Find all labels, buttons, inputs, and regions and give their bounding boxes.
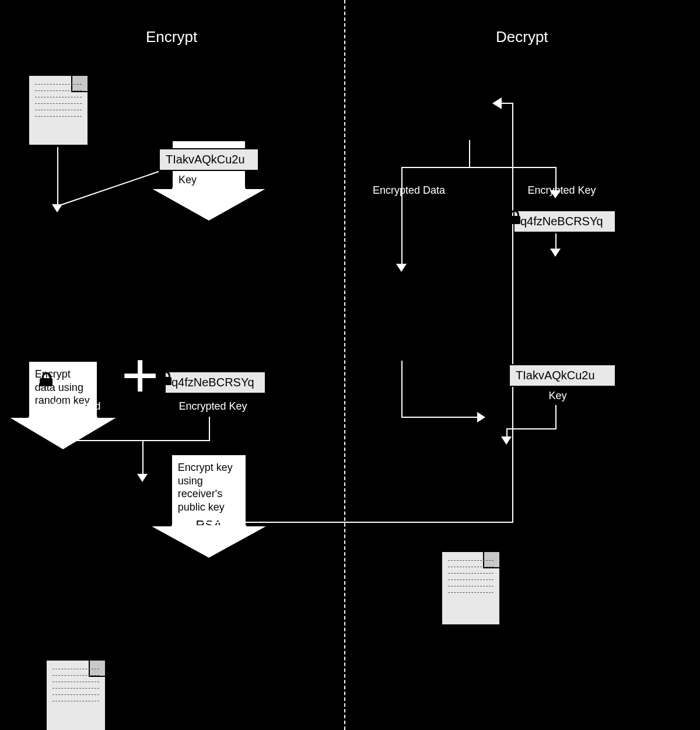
lock-icon	[132, 536, 145, 550]
column-separator	[344, 0, 345, 730]
connector	[401, 167, 402, 265]
connector	[555, 233, 556, 250]
connector	[52, 169, 169, 216]
connector	[512, 103, 513, 523]
lock-icon	[435, 117, 448, 131]
arrowhead-down-icon	[396, 264, 407, 272]
arrowhead-down-icon	[137, 474, 148, 482]
connector	[142, 440, 144, 475]
connector	[401, 361, 402, 417]
connector	[401, 167, 556, 168]
lock-icon	[365, 336, 378, 350]
key-label: Key	[534, 390, 581, 402]
encrypt-key-label: Encrypt key using receiver's public key	[178, 462, 233, 513]
encrypted-key-text: q4fzNeBCRSYq	[520, 215, 603, 228]
encrypt-title: Encrypt	[146, 28, 197, 46]
svg-marker-3	[149, 525, 268, 558]
encrypted-key-text: q4fzNeBCRSYq	[172, 376, 254, 389]
arrowhead-down-icon	[501, 436, 512, 445]
encrypt-key-arrow: Encrypt key using receiver's public key …	[149, 454, 268, 552]
package-document-icon	[441, 551, 501, 626]
connector	[469, 140, 470, 167]
decrypt-title: Decrypt	[496, 28, 548, 46]
arrowhead-left-icon	[492, 97, 502, 109]
encrypted-key-box: q4fzNeBCRSYq	[164, 371, 266, 394]
connector	[203, 522, 512, 523]
encrypted-key-box: q4fzNeBCRSYq	[513, 210, 616, 233]
arrowhead-down-icon	[201, 204, 212, 212]
lock-icon	[40, 372, 52, 386]
random-key-text: TIakvAQkCu2u	[166, 153, 245, 166]
decrypted-key-box: TIakvAQkCu2u	[509, 364, 616, 387]
encrypted-data-label: Encrypted Data	[42, 400, 112, 425]
arrowhead-down-icon	[550, 249, 561, 257]
encrypted-document-icon	[46, 659, 106, 730]
svg-marker-4	[492, 97, 502, 109]
lock-icon	[159, 371, 172, 385]
encrypted-data-label: Encrypted Data	[371, 184, 447, 197]
random-key-box: TIakvAQkCu2u	[159, 148, 259, 171]
encrypted-key-label: Encrypted Key	[175, 400, 251, 413]
arrowhead-right-icon	[477, 412, 485, 422]
connector	[206, 172, 208, 205]
lock-icon	[508, 210, 520, 224]
connector	[75, 417, 76, 440]
svg-line-1	[60, 172, 159, 205]
decrypted-key-text: TIakvAQkCu2u	[516, 369, 595, 382]
connector	[501, 103, 513, 104]
plus-icon: +	[121, 343, 159, 407]
connector	[506, 428, 556, 429]
connector	[401, 417, 478, 418]
connector	[209, 417, 210, 440]
plain-document-icon	[28, 75, 89, 146]
connector	[555, 405, 556, 428]
encrypted-key-label: Encrypted Key	[524, 184, 600, 197]
